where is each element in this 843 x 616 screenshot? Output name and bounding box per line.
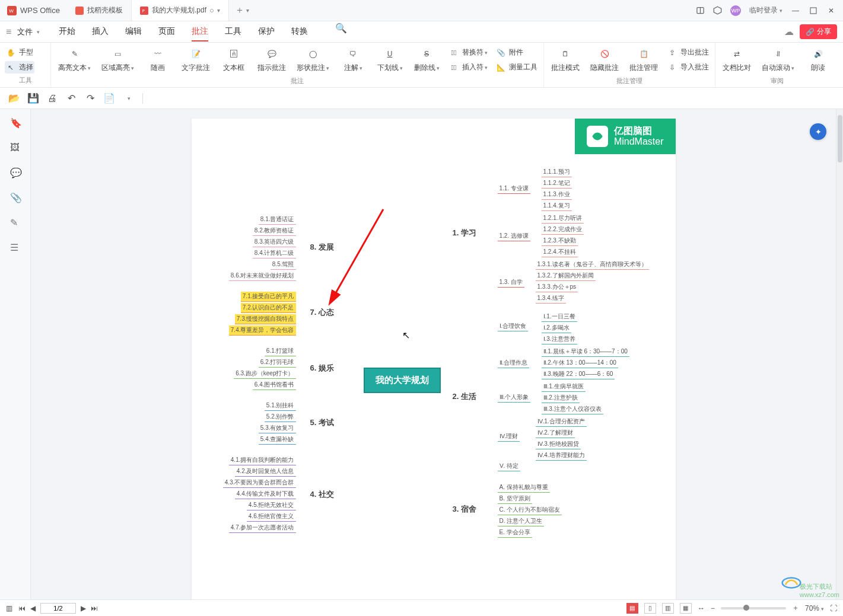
attachment[interactable]: 📎附件: [495, 46, 539, 59]
text-box[interactable]: 🄰文本框: [218, 46, 249, 74]
tab-insert[interactable]: 插入: [92, 23, 109, 42]
leaf: 1.2.1.尽力听讲: [542, 213, 584, 224]
tab-document[interactable]: P 我的大学规划.pdf ▾: [132, 0, 229, 21]
view-single[interactable]: ▯: [644, 603, 656, 614]
page-input[interactable]: [40, 603, 76, 614]
underline[interactable]: U下划线: [374, 46, 405, 74]
fullscreen[interactable]: ⛶: [830, 604, 837, 612]
leaf: 1.2.4.不挂科: [542, 247, 578, 257]
print-icon[interactable]: 🖨: [47, 94, 57, 103]
read-aloud[interactable]: 🔊朗读: [803, 46, 834, 74]
comments-icon[interactable]: 💬: [10, 167, 21, 178]
cube-icon[interactable]: [713, 6, 722, 15]
open-icon[interactable]: 📂: [9, 94, 19, 103]
leaf: 4.6.拒绝官僚主义: [247, 512, 296, 522]
login-link[interactable]: 临时登录: [749, 5, 782, 15]
import-annot[interactable]: ⇩导入批注: [666, 61, 710, 74]
qat-more[interactable]: [123, 94, 133, 103]
next-page[interactable]: ▶: [81, 604, 86, 612]
outline-toggle[interactable]: ▥: [6, 604, 12, 612]
leaf: 1.3.1.读名著（鬼谷子、高情商聊天术等）: [536, 260, 649, 270]
branch-l8: 8. 发展: [310, 242, 334, 253]
compare[interactable]: ⇄文档比对: [720, 46, 753, 74]
tab-convert[interactable]: 转换: [291, 23, 308, 42]
group-manage-label: 批注管理: [549, 76, 710, 85]
mindmap-center: 我的大学规划: [364, 368, 441, 393]
manage-annot[interactable]: 📋批注管理: [627, 46, 660, 74]
zoom-slider[interactable]: [721, 607, 786, 609]
canvas[interactable]: ✦ 亿图脑图MindMaster 我的大学规划 1. 学习 2. 生活 3. 宿…: [31, 109, 836, 599]
undo-icon[interactable]: ↶: [66, 94, 76, 103]
statusbar: ▥ ⏮ ◀ ▶ ⏭ ▤ ▯ ▥ ▦ ↔ − ＋ 70% ⛶: [0, 599, 843, 616]
select-tool[interactable]: ↖选择: [5, 61, 34, 74]
view-two[interactable]: ▥: [662, 603, 674, 614]
annot-mode[interactable]: 🗒批注模式: [549, 46, 582, 74]
tab-page[interactable]: 页面: [158, 23, 175, 42]
highlight-text[interactable]: ✎高亮文本: [56, 46, 93, 74]
avatar[interactable]: WP: [730, 5, 741, 16]
shape-annot[interactable]: ◯形状批注: [294, 46, 332, 74]
panel-icon[interactable]: [696, 6, 705, 15]
zoom-value[interactable]: 70%: [805, 604, 824, 612]
signature-icon[interactable]: ✎: [10, 217, 21, 228]
replace-mark[interactable]: Ａ̂替换符: [448, 46, 489, 59]
tab-tools[interactable]: 工具: [225, 23, 241, 42]
branch-r1: 1. 学习: [453, 228, 476, 238]
copy-icon[interactable]: 📄: [104, 94, 114, 103]
tab-annotate[interactable]: 批注: [192, 23, 208, 42]
zoom-in[interactable]: ＋: [792, 603, 799, 613]
ai-floating-button[interactable]: ✦: [810, 123, 826, 140]
bookmark-icon[interactable]: 🔖: [10, 117, 21, 128]
fit-width[interactable]: ↔: [698, 604, 705, 612]
search-icon[interactable]: 🔍: [335, 23, 347, 42]
view-book[interactable]: ▦: [680, 603, 692, 614]
svg-text:W: W: [9, 8, 14, 14]
branch-r2: 2. 生活: [453, 391, 476, 402]
tab-edit[interactable]: 编辑: [125, 23, 142, 42]
leaf: 1.1.3.作业: [542, 190, 572, 200]
pointer-annot[interactable]: 💬指示批注: [255, 46, 288, 74]
tab-start[interactable]: 开始: [59, 23, 75, 42]
tab-menu-icon[interactable]: ▾: [217, 7, 220, 14]
view-continuous[interactable]: ▤: [626, 603, 638, 614]
leaf: Ⅲ.1.生病早就医: [542, 382, 586, 392]
redo-icon[interactable]: ↷: [85, 94, 95, 103]
tab-protect[interactable]: 保护: [258, 23, 275, 42]
export-annot[interactable]: ⇪导出批注: [666, 46, 710, 59]
cloud-icon[interactable]: ☁: [784, 26, 794, 37]
annotate[interactable]: 🗨注解: [338, 46, 368, 74]
branch-l6: 6. 娱乐: [310, 363, 334, 374]
close-button[interactable]: ✕: [826, 6, 836, 15]
freehand[interactable]: 〰随画: [142, 46, 173, 74]
mindmaster-badge: 亿图脑图MindMaster: [575, 119, 676, 154]
insert-mark[interactable]: Ａ̬插入符: [448, 61, 489, 74]
leaf: 4.2.及时回复他人信息: [235, 467, 296, 477]
menu-icon[interactable]: ≡: [6, 27, 11, 37]
maximize-button[interactable]: [809, 6, 818, 15]
first-page[interactable]: ⏮: [18, 604, 26, 612]
menubar: ≡ 文件 开始 插入 编辑 页面 批注 工具 保护 转换 🔍 ☁ 🔗 分享: [0, 21, 843, 43]
minimize-button[interactable]: —: [791, 6, 800, 15]
strike[interactable]: S删除线: [411, 46, 442, 74]
last-page[interactable]: ⏭: [91, 604, 98, 612]
zoom-out[interactable]: −: [711, 604, 715, 612]
hand-tool[interactable]: ✋手型: [5, 46, 34, 59]
sidebar-left: 🔖 🖼 💬 📎 ✎ ☰: [0, 109, 31, 599]
new-tab-button[interactable]: ＋▾: [229, 4, 255, 17]
area-highlight[interactable]: ▭区域高亮: [99, 46, 136, 74]
leaf: B. 坚守原则: [498, 494, 532, 504]
layers-icon[interactable]: ☰: [10, 242, 21, 253]
thumbnails-icon[interactable]: 🖼: [10, 142, 21, 153]
leaf-hl: 7.4.尊重差异，学会包容: [229, 325, 296, 336]
scrollbar[interactable]: [836, 109, 843, 599]
save-icon[interactable]: 💾: [28, 94, 38, 103]
prev-page[interactable]: ◀: [30, 604, 36, 612]
auto-scroll[interactable]: ⥯自动滚动: [759, 46, 797, 74]
hide-annot[interactable]: 🚫隐藏批注: [588, 46, 621, 74]
share-button[interactable]: 🔗 分享: [800, 24, 837, 39]
text-annot[interactable]: 📝文字批注: [179, 46, 212, 74]
measure[interactable]: 📐测量工具: [495, 61, 539, 74]
attachments-icon[interactable]: 📎: [10, 192, 21, 203]
tab-template[interactable]: 找稻壳模板: [67, 0, 132, 21]
file-menu[interactable]: 文件: [11, 24, 46, 40]
